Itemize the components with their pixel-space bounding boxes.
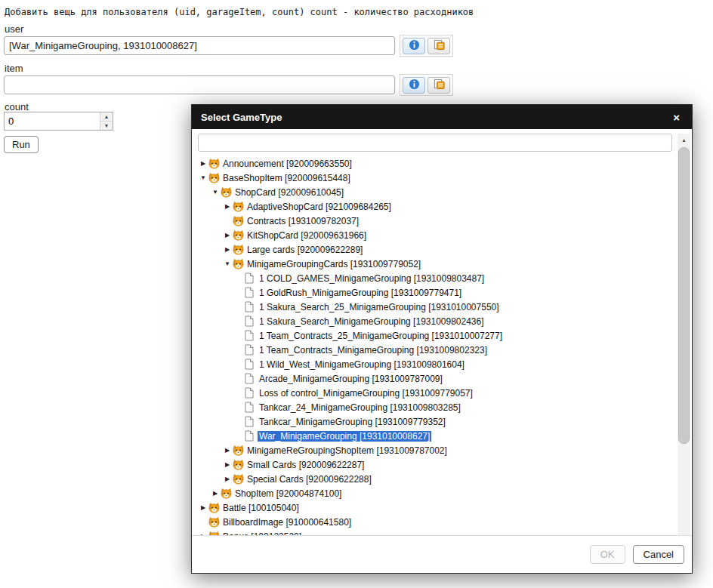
tree-item-label: Small Cards [920009622287] xyxy=(245,460,366,470)
close-icon[interactable]: × xyxy=(670,110,683,125)
expand-arrow[interactable]: ▶ xyxy=(198,156,208,171)
expand-arrow[interactable]: ▶ xyxy=(222,443,233,457)
expand-arrow[interactable]: ▼ xyxy=(198,171,208,185)
count-field-label: count xyxy=(5,101,29,112)
tree-item[interactable]: 1 COLD_GAMES_MinigameGrouping [193100980… xyxy=(198,271,686,285)
tree-item-label: 1 Sakura_Search_25_MinigameGrouping [193… xyxy=(258,302,501,312)
tree-item-label: ShopCard [920009610045] xyxy=(233,187,345,198)
tree-item[interactable]: 1 Sakura_Search_MinigameGrouping [193100… xyxy=(198,314,686,328)
tree-item-label: AdaptiveShopCard [921009684265] xyxy=(245,202,393,212)
count-input[interactable] xyxy=(5,112,100,130)
tree-item[interactable]: ▼BaseShopItem [920009615448] xyxy=(198,171,686,185)
expand-arrow[interactable]: ▶ xyxy=(222,472,233,486)
user-info-button[interactable] xyxy=(403,38,425,54)
tree-item-label: KitShopCard [920009631966] xyxy=(245,230,368,241)
user-input[interactable] xyxy=(4,36,395,55)
tree-item[interactable]: ▶AdaptiveShopCard [921009684265] xyxy=(198,199,686,214)
item-input[interactable] xyxy=(4,75,395,94)
tree-item[interactable]: BillboardImage [910000641580] xyxy=(198,515,686,529)
file-icon xyxy=(245,316,258,327)
command-description: Добавить вещь для пользователя (uid, gar… xyxy=(5,7,474,17)
file-icon xyxy=(245,416,258,427)
tiger-icon xyxy=(233,445,245,456)
tree-item-label: War_MinigameGrouping [1931010008627] xyxy=(258,431,431,442)
spin-up-icon[interactable]: ▲ xyxy=(100,112,113,122)
expand-arrow[interactable]: ▶ xyxy=(198,500,208,515)
tree-item[interactable]: Tankcar_24_MinigameGrouping [19310098032… xyxy=(198,400,686,414)
run-button[interactable]: Run xyxy=(4,136,39,153)
tree-item-label: 1 COLD_GAMES_MinigameGrouping [193100980… xyxy=(258,273,486,284)
tree-item[interactable]: ▶Small Cards [920009622287] xyxy=(198,457,686,472)
tree-item[interactable]: War_MinigameGrouping [1931010008627] xyxy=(198,429,686,443)
tiger-icon xyxy=(233,215,245,226)
tree-item-label: 1 Wild_West_MinigameGrouping [1931009801… xyxy=(258,359,466,370)
tree-item[interactable]: ▶Special Cards [920009622288] xyxy=(198,472,686,486)
item-picker-button[interactable] xyxy=(427,77,450,94)
tree-item[interactable]: 1 Team_Contracts_25_MinigameGrouping [19… xyxy=(198,328,686,343)
tree: ▶Announcement [920009663550]▼BaseShopIte… xyxy=(198,156,686,535)
item-info-button[interactable] xyxy=(403,77,425,94)
tree-item[interactable]: ▶Large cards [920009622289] xyxy=(198,242,686,257)
tree-item[interactable]: Contracts [1931009782037] xyxy=(198,214,686,228)
expand-arrow[interactable]: ▼ xyxy=(210,185,221,199)
tree-item[interactable]: ▶Battle [100105040] xyxy=(198,500,686,515)
tiger-icon xyxy=(208,158,221,169)
tree-item[interactable]: ▶Announcement [920009663550] xyxy=(198,156,686,171)
tree-item[interactable]: Loss of control_MinigameGrouping [193100… xyxy=(198,386,686,400)
cancel-button[interactable]: Cancel xyxy=(633,545,684,564)
tree-item-label: Loss of control_MinigameGrouping [193100… xyxy=(258,388,474,399)
info-icon xyxy=(409,39,420,53)
dialog-header: Select GameType × xyxy=(192,105,692,129)
expand-arrow[interactable]: ▶ xyxy=(198,529,208,535)
tiger-icon xyxy=(233,258,245,269)
file-icon xyxy=(245,287,258,298)
tree-item[interactable]: 1 GoldRush_MinigameGrouping [19310097794… xyxy=(198,285,686,300)
tiger-icon xyxy=(233,229,245,241)
expand-arrow[interactable]: ▶ xyxy=(222,457,233,472)
item-field-label: item xyxy=(5,63,23,74)
tree-item[interactable]: 1 Team_Contracts_MinigameGrouping [19310… xyxy=(198,343,686,357)
file-icon xyxy=(245,330,258,341)
tree-item-label: 1 Team_Contracts_25_MinigameGrouping [19… xyxy=(258,331,504,341)
tree-item[interactable]: ▶MinigameReGroupingShopItem [19310097870… xyxy=(198,443,686,457)
ok-button[interactable]: OK xyxy=(590,545,625,564)
tree-item-label: 1 Sakura_Search_MinigameGrouping [193100… xyxy=(258,316,486,327)
file-icon xyxy=(245,359,258,370)
expand-arrow[interactable]: ▶ xyxy=(222,228,233,242)
tiger-icon xyxy=(233,201,245,212)
picker-icon xyxy=(434,79,445,92)
file-icon xyxy=(245,344,258,356)
tree-item[interactable]: ▶KitShopCard [920009631966] xyxy=(198,228,686,242)
tree-item[interactable]: 1 Sakura_Search_25_MinigameGrouping [193… xyxy=(198,300,686,314)
expand-arrow[interactable]: ▶ xyxy=(222,242,233,257)
tiger-icon xyxy=(233,459,245,470)
dialog-body: ▶Announcement [920009663550]▼BaseShopIte… xyxy=(192,129,692,535)
tiger-icon xyxy=(233,473,245,485)
tree-item-label: BaseShopItem [920009615448] xyxy=(221,173,352,183)
tree-item-label: Contracts [1931009782037] xyxy=(245,216,360,226)
scrollbar-thumb[interactable] xyxy=(678,147,690,444)
tiger-icon xyxy=(221,186,233,198)
tree-search-input[interactable] xyxy=(198,134,672,152)
expand-arrow[interactable]: ▶ xyxy=(210,486,221,500)
vertical-scrollbar[interactable]: ▲ ▼ xyxy=(678,134,690,570)
expand-arrow[interactable]: ▶ xyxy=(222,199,233,214)
dialog-footer: OK Cancel xyxy=(192,535,692,573)
tree-item[interactable]: 1 Wild_West_MinigameGrouping [1931009801… xyxy=(198,357,686,371)
spin-down-icon[interactable]: ▼ xyxy=(100,122,113,130)
tree-item[interactable]: Arcade_MinigameGrouping [1931009787009] xyxy=(198,371,686,386)
expand-arrow[interactable]: ▼ xyxy=(222,257,233,271)
item-field-toolbar xyxy=(400,74,453,96)
tree-item[interactable]: ▶Bonus [100123520] xyxy=(198,529,686,535)
user-picker-button[interactable] xyxy=(427,38,450,54)
user-field-toolbar xyxy=(400,35,453,57)
tree-item[interactable]: ▶ShopItem [920004874100] xyxy=(198,486,686,500)
tree-item[interactable]: Tankcar_MinigameGrouping [1931009779352] xyxy=(198,414,686,429)
scroll-up-icon[interactable]: ▲ xyxy=(678,134,690,146)
tree-item-label: 1 GoldRush_MinigameGrouping [19310097794… xyxy=(258,288,463,298)
file-icon xyxy=(245,272,258,284)
file-icon xyxy=(245,301,258,312)
picker-icon xyxy=(434,39,445,53)
tree-item[interactable]: ▼ShopCard [920009610045] xyxy=(198,185,686,199)
tree-item[interactable]: ▼MinigameGroupingCards [1931009779052] xyxy=(198,257,686,271)
